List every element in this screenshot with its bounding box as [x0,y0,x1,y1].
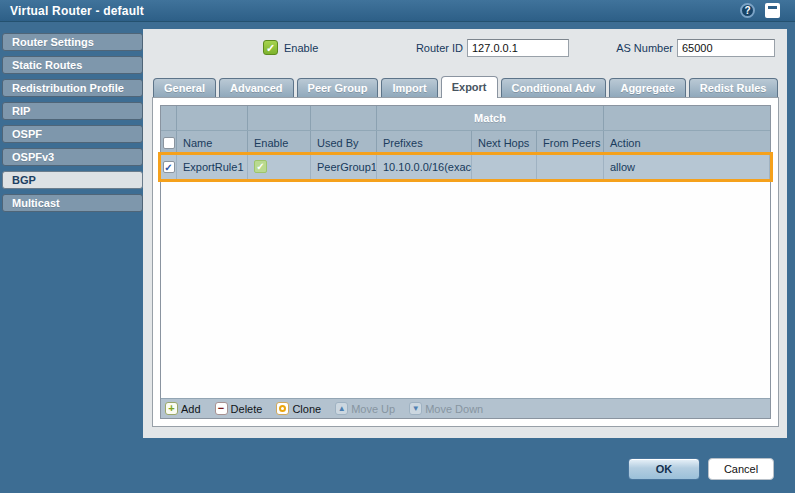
tab-advanced[interactable]: Advanced [219,78,294,98]
sidebar-item-multicast[interactable]: Multicast [2,194,143,212]
delete-button[interactable]: − Delete [215,402,263,415]
sidebar-item-static-routes[interactable]: Static Routes [2,56,143,74]
sidebar-nav: Router Settings Static Routes Redistribu… [2,33,143,217]
enable-checkbox[interactable]: ✓ [263,40,278,55]
select-all-checkbox[interactable] [163,137,175,149]
tab-conditional-adv[interactable]: Conditional Adv [501,78,607,98]
row-enable-check-icon: ✓ [254,160,267,173]
tab-export[interactable]: Export [441,76,498,98]
clone-icon [276,402,289,415]
col-header-enable[interactable]: Enable [248,131,311,155]
move-down-button[interactable]: ▼ Move Down [409,402,483,415]
help-icon[interactable]: ? [740,3,755,18]
bgp-tab-strip: General Advanced Peer Group Import Expor… [153,76,778,98]
move-down-icon: ▼ [409,402,422,415]
dialog-titlebar: Virtual Router - default ? [0,0,795,22]
cancel-button[interactable]: Cancel [708,458,774,480]
as-number-label: AS Number [603,42,673,54]
enable-label: Enable [284,42,318,54]
sidebar-item-bgp[interactable]: BGP [2,171,143,189]
col-header-prefixes[interactable]: Prefixes [377,131,472,155]
col-header-from-peers[interactable]: From Peers [537,131,604,155]
clone-button[interactable]: Clone [276,402,321,415]
cell-from-peers [537,155,604,179]
col-header-used-by[interactable]: Used By [311,131,377,155]
col-header-action[interactable]: Action [604,131,770,155]
sidebar-item-router-settings[interactable]: Router Settings [2,33,143,51]
table-empty-area [161,179,770,398]
ok-button[interactable]: OK [628,458,700,480]
sidebar-item-ospf[interactable]: OSPF [2,125,143,143]
table-toolbar: + Add − Delete Clone ▲ Move Up ▼ Move [161,398,770,418]
export-rules-table: Match Name Enable Used By Prefixes Next … [160,105,771,419]
delete-icon: − [215,402,228,415]
col-header-next-hops[interactable]: Next Hops [472,131,537,155]
move-up-icon: ▲ [335,402,348,415]
sidebar-item-rip[interactable]: RIP [2,102,143,120]
bgp-panel: ✓ Enable Router ID AS Number General Adv… [143,29,787,438]
tab-redist-rules[interactable]: Redist Rules [689,78,778,98]
cell-used-by: PeerGroup1 [311,155,377,179]
export-tab-content: Match Name Enable Used By Prefixes Next … [152,97,779,427]
as-number-field[interactable] [677,39,775,57]
router-id-label: Router ID [395,42,463,54]
add-button[interactable]: + Add [165,402,201,415]
add-icon: + [165,402,178,415]
cell-prefixes: 10.10.0.0/16(exact) [377,155,472,179]
cell-next-hops [472,155,537,179]
col-header-name[interactable]: Name [177,131,248,155]
match-group-header: Match [377,106,604,130]
cell-name: ExportRule1 [177,155,248,179]
sidebar-item-ospfv3[interactable]: OSPFv3 [2,148,143,166]
router-id-field[interactable] [467,39,569,57]
table-column-header-row: Name Enable Used By Prefixes Next Hops F… [161,130,770,155]
restore-window-icon[interactable] [765,3,780,18]
tab-general[interactable]: General [153,78,216,98]
row-checkbox[interactable]: ✓ [163,161,175,173]
sidebar-item-redistribution-profile[interactable]: Redistribution Profile [2,79,143,97]
table-group-header-row: Match [161,106,770,130]
move-up-button[interactable]: ▲ Move Up [335,402,395,415]
dialog-title: Virtual Router - default [10,4,144,18]
tab-aggregate[interactable]: Aggregate [609,78,685,98]
cell-action: allow [604,155,770,179]
tab-peer-group[interactable]: Peer Group [297,78,379,98]
table-row-exportrule1[interactable]: ✓ ExportRule1 ✓ PeerGroup1 10.10.0.0/16(… [161,155,770,179]
tab-import[interactable]: Import [381,78,437,98]
